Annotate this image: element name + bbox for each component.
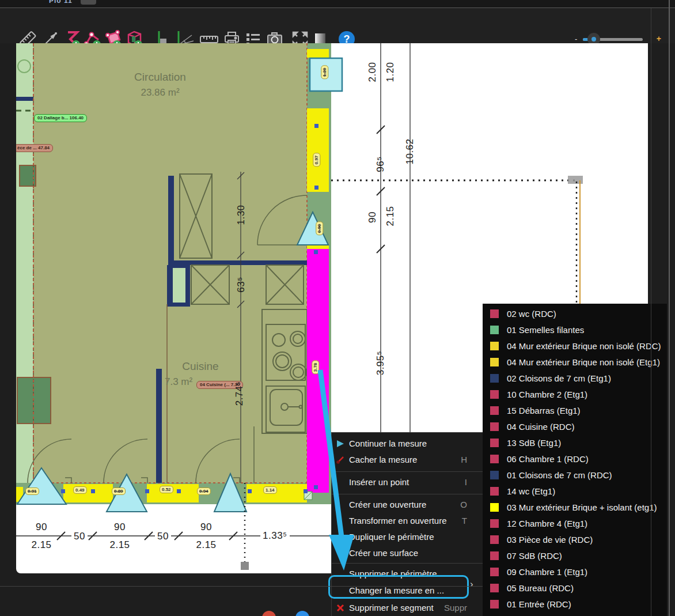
list-item[interactable]: 05 Bureau (RDC) [483, 580, 667, 596]
list-item[interactable]: 13 SdB (Etg1) [483, 435, 667, 451]
zoom-in-label[interactable]: + [657, 34, 661, 43]
menu-separator [332, 563, 483, 564]
bottom-divider [0, 586, 483, 587]
wall-label-120[interactable]: 1.20 [321, 66, 328, 80]
menu-item-transformer[interactable]: Transformer en ouverture T [332, 513, 483, 529]
list-item[interactable]: 01 Entrée (RDC) [483, 596, 667, 613]
wall-label-049[interactable]: 0.49 [73, 486, 87, 494]
dim-b1b: 2.15 [30, 539, 53, 551]
list-item[interactable]: 03 Pièce de vie (RDC) [483, 532, 667, 548]
layer-color-swatch [490, 551, 499, 560]
list-item[interactable]: 02 Cloisons de 7 cm (Etg1) [483, 371, 667, 387]
dim-b1a: 90 [30, 521, 53, 533]
list-item[interactable]: 04 Mur extérieur Brique non isolé (Etg1) [483, 354, 667, 371]
layer-color-swatch [490, 406, 499, 415]
layer-color-swatch [490, 358, 499, 366]
application-window: Plo 11 ▾ ▾ [0, 0, 675, 616]
wall-label-089[interactable]: 0.89 [112, 487, 126, 495]
dim-965: 96⁵ [375, 150, 386, 179]
list-item[interactable]: 15 Débarras (Etg1) [483, 403, 667, 419]
layer-color-swatch [490, 471, 499, 479]
layer-color-swatch [490, 455, 499, 463]
measure-toolbar: ▾ ▾ ▾ ▾ [0, 8, 675, 43]
list-item[interactable]: 01 Cloisons de 7 cm (RDC) [483, 467, 667, 483]
record-button[interactable] [262, 611, 276, 616]
list-item[interactable]: 03 Mur extérieur Brique + isolant (etg1) [483, 500, 667, 516]
layer-color-swatch [490, 326, 499, 334]
info-button[interactable] [295, 611, 309, 616]
menu-separator [332, 494, 483, 494]
list-item[interactable]: 01 Semelles filantes [483, 322, 667, 338]
dim-1062: 10.62 [404, 134, 416, 169]
right-scrollbar[interactable] [669, 0, 670, 616]
menu-item-cacher[interactable]: Cacher la mesure H [332, 452, 483, 468]
menu-item-continuer[interactable]: Continuer la mesure [332, 436, 483, 452]
window-top-edge: Plo 11 [0, 0, 675, 7]
submenu-chevron-icon[interactable]: › [470, 579, 473, 590]
dim-g2: 50 [155, 531, 171, 542]
guide-end-marker [241, 562, 249, 570]
layer-color-swatch [490, 519, 499, 528]
wall-label-090[interactable]: 0.90 [316, 222, 323, 236]
menu-separator [332, 471, 483, 472]
layer-color-swatch [490, 374, 499, 383]
wall-label-052[interactable]: 0.52 [160, 486, 173, 493]
measure-pill-piece[interactable]: èce de ... 47.84 [16, 144, 53, 152]
layer-color-swatch [490, 503, 499, 512]
menu-item-creer-surface[interactable]: Créer une surface [332, 545, 483, 561]
room-circulation-name: Circulation [118, 71, 202, 84]
layer-color-swatch [490, 309, 499, 318]
room-circulation-area: 23.86 m² [118, 87, 202, 99]
dim-200: 2.00 [367, 58, 378, 86]
dim-215: 2.15 [385, 202, 396, 230]
dim-130: 1.30 [236, 198, 247, 232]
hide-measure-icon [336, 455, 345, 464]
list-item[interactable]: 09 Chambre 1 (Etg1) [483, 564, 667, 580]
dim-b2b: 2.15 [108, 539, 131, 551]
dim-90: 90 [367, 203, 378, 232]
list-item[interactable]: 04 Mur extérieur Brique non isolé (RDC) [483, 338, 667, 354]
menu-item-supprimer-segment[interactable]: Supprimer le segment Suppr [332, 600, 483, 616]
menu-item-dupliquer[interactable]: Dupliquer le périmètre [332, 529, 483, 545]
layer-color-swatch [490, 342, 499, 350]
list-item[interactable]: 14 wc (Etg1) [483, 483, 667, 500]
list-item[interactable]: 10 Chambre 2 (Etg1) [483, 387, 667, 403]
list-item[interactable]: 11 Chambre 3 (Etg1) [483, 613, 667, 616]
wall-label-114[interactable]: 1.14 [263, 486, 277, 494]
layer-color-swatch [490, 390, 499, 399]
wall-label-091[interactable]: 0.91 [25, 487, 39, 495]
partial-button[interactable] [81, 0, 96, 5]
dim-635: 63⁵ [236, 267, 247, 302]
menu-item-inserer[interactable]: Insérer un point I [332, 474, 483, 490]
layer-color-swatch [490, 439, 499, 447]
guide-corner-marker [568, 176, 583, 184]
layer-color-swatch [490, 535, 499, 544]
menu-item-creer-ouverture[interactable]: Créer une ouverture O [332, 497, 483, 513]
partial-tab-text: Plo 11 [49, 0, 73, 5]
wall-label-378[interactable]: 3.78 [312, 361, 319, 375]
flag-icon [336, 439, 345, 448]
list-item[interactable]: 07 SdB (RDC) [483, 548, 667, 564]
dim-b2a: 90 [108, 521, 131, 533]
layer-color-swatch [490, 568, 499, 576]
dim-b3b: 2.15 [195, 539, 218, 551]
wall-label-097[interactable]: 0.97 [313, 153, 320, 167]
measure-type-list: 02 wc (RDC) 01 Semelles filantes 04 Mur … [483, 304, 667, 616]
layer-color-swatch [490, 487, 499, 496]
list-item[interactable]: 06 Chambre 1 (RDC) [483, 451, 667, 467]
room-cuisine-name: Cuisine [163, 360, 238, 373]
dim-g1: 50 [71, 531, 88, 542]
layer-color-swatch [490, 600, 499, 609]
panel-divider [651, 8, 651, 616]
delete-x-icon [336, 603, 345, 613]
layer-color-swatch [490, 584, 499, 592]
wall-label-094[interactable]: 0.94 [197, 487, 211, 495]
list-item[interactable]: 04 Cuisine (RDC) [483, 419, 667, 435]
list-item[interactable]: 02 wc (RDC) [483, 306, 667, 322]
dim-3955: 3.95⁵ [375, 343, 386, 383]
zoom-out-label[interactable]: - [575, 35, 577, 43]
list-item[interactable]: 12 Chambre 4 (Etg1) [483, 516, 667, 532]
dim-blast: 1.33⁵ [260, 530, 290, 542]
highlight-changer-mesure [328, 575, 469, 599]
measure-pill-dallage[interactable]: 02 Dallage b... 106.40 [34, 114, 87, 122]
